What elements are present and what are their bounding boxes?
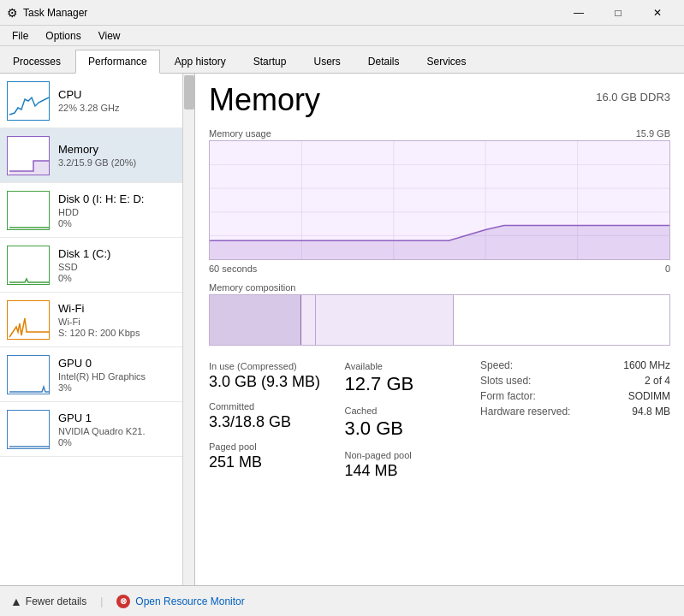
cached-label: Cached	[345, 406, 481, 416]
memory-thumbnail	[7, 136, 50, 175]
cpu-thumbnail	[7, 81, 50, 121]
open-monitor-section: ⊗ Open Resource Monitor	[116, 595, 244, 608]
chart-max: 15.9 GB	[636, 128, 670, 139]
gpu0-value: 3%	[58, 382, 187, 393]
disk0-type: HDD	[58, 207, 187, 217]
memory-stats: 3.2/15.9 GB (20%)	[58, 157, 187, 168]
svg-marker-9	[210, 226, 669, 259]
slots-value: 2 of 4	[645, 375, 670, 387]
cached-block: Cached 3.0 GB	[345, 400, 481, 445]
comp-standby	[316, 295, 454, 345]
hw-reserved-label: Hardware reserved:	[480, 406, 570, 418]
committed-value: 3.3/18.8 GB	[209, 413, 345, 431]
chart-time-start: 60 seconds	[209, 264, 257, 274]
speed-label: Speed:	[480, 359, 513, 371]
comp-free	[454, 295, 669, 345]
non-paged-pool-block: Non-paged pool 144 MB	[345, 445, 481, 485]
app-icon: ⚙	[7, 6, 18, 20]
disk0-label: Disk 0 (I: H: E: D:	[58, 192, 187, 205]
wifi-info: Wi-Fi Wi-Fi S: 120 R: 200 Kbps	[58, 302, 187, 338]
form-factor-row: Form factor: SODIMM	[480, 390, 670, 402]
available-label: Available	[345, 361, 481, 371]
tab-services[interactable]: Services	[414, 49, 479, 73]
memory-composition-section: Memory composition	[209, 282, 670, 346]
sidebar-scroll-thumb[interactable]	[184, 75, 194, 110]
sidebar-item-memory[interactable]: Memory 3.2/15.9 GB (20%)	[0, 128, 194, 183]
disk0-thumbnail	[7, 191, 50, 230]
paged-pool-label: Paged pool	[209, 441, 345, 452]
hw-reserved-row: Hardware reserved: 94.8 MB	[480, 406, 670, 418]
minimize-button[interactable]: —	[559, 0, 598, 26]
tab-processes[interactable]: Processes	[0, 49, 74, 73]
stats-area: In use (Compressed) 3.0 GB (9.3 MB) Comm…	[209, 356, 670, 485]
memory-info: Memory 3.2/15.9 GB (20%)	[58, 143, 187, 168]
chart-label-row: Memory usage 15.9 GB	[209, 128, 670, 139]
wifi-value: S: 120 R: 200 Kbps	[58, 328, 187, 338]
maximize-button[interactable]: □	[598, 0, 638, 26]
menu-view[interactable]: View	[92, 28, 128, 44]
speed-row: Speed: 1600 MHz	[480, 359, 670, 371]
menu-file[interactable]: File	[5, 28, 35, 44]
available-value: 12.7 GB	[345, 373, 481, 395]
memory-usage-section: Memory usage 15.9 GB	[209, 128, 670, 274]
cpu-info: CPU 22% 3.28 GHz	[58, 88, 187, 113]
memory-usage-chart	[209, 140, 670, 260]
title-bar-controls: — □ ✕	[559, 0, 677, 26]
close-button[interactable]: ✕	[638, 0, 677, 26]
speed-value: 1600 MHz	[623, 359, 670, 371]
committed-block: Committed 3.3/18.8 GB	[209, 396, 345, 436]
sidebar-item-disk0[interactable]: Disk 0 (I: H: E: D: HDD 0%	[0, 183, 194, 238]
stats-col1: In use (Compressed) 3.0 GB (9.3 MB) Comm…	[209, 356, 345, 485]
memory-header: Memory 16.0 GB DDR3	[209, 82, 670, 118]
right-panel: Memory 16.0 GB DDR3 Memory usage 15.9 GB	[195, 74, 684, 585]
main-content: CPU 22% 3.28 GHz Memory 3.2/15.9 GB (20%…	[0, 74, 684, 585]
menu-options[interactable]: Options	[39, 28, 87, 44]
sidebar-item-gpu1[interactable]: GPU 1 NVIDIA Quadro K21. 0%	[0, 402, 194, 457]
tab-startup[interactable]: Startup	[241, 49, 300, 73]
tab-users[interactable]: Users	[300, 49, 353, 73]
in-use-value: 3.0 GB (9.3 MB)	[209, 373, 345, 391]
stats-col2: Available 12.7 GB Cached 3.0 GB Non-page…	[345, 356, 481, 485]
slots-label: Slots used:	[480, 375, 531, 387]
tab-details[interactable]: Details	[355, 49, 413, 73]
form-factor-label: Form factor:	[480, 390, 536, 402]
svg-marker-0	[9, 161, 49, 175]
sidebar-scrollbar[interactable]	[182, 74, 194, 585]
title-bar: ⚙ Task Manager — □ ✕	[0, 0, 684, 26]
disk1-label: Disk 1 (C:)	[58, 247, 187, 260]
gpu0-info: GPU 0 Intel(R) HD Graphics 3%	[58, 357, 187, 393]
open-monitor-link[interactable]: Open Resource Monitor	[135, 595, 244, 607]
monitor-icon: ⊗	[116, 595, 130, 608]
wifi-type: Wi-Fi	[58, 317, 187, 327]
cpu-stats: 22% 3.28 GHz	[58, 103, 187, 113]
title-bar-left: ⚙ Task Manager	[7, 6, 87, 20]
in-use-block: In use (Compressed) 3.0 GB (9.3 MB)	[209, 356, 345, 396]
gpu0-label: GPU 0	[58, 357, 187, 370]
composition-label: Memory composition	[209, 282, 670, 293]
paged-pool-block: Paged pool 251 MB	[209, 436, 345, 477]
memory-label: Memory	[58, 143, 187, 156]
sidebar-item-disk1[interactable]: Disk 1 (C:) SSD 0%	[0, 238, 194, 293]
app-title: Task Manager	[23, 7, 87, 19]
fewer-details-button[interactable]: ▲ Fewer details	[10, 595, 86, 608]
sidebar-item-gpu0[interactable]: GPU 0 Intel(R) HD Graphics 3%	[0, 347, 194, 402]
menu-bar: File Options View	[0, 26, 684, 46]
tab-app-history[interactable]: App history	[162, 49, 239, 73]
disk0-value: 0%	[58, 218, 187, 228]
comp-in-use	[210, 295, 301, 345]
wifi-thumbnail	[7, 300, 50, 340]
sidebar-item-cpu[interactable]: CPU 22% 3.28 GHz	[0, 74, 194, 128]
disk1-thumbnail	[7, 246, 50, 285]
disk1-type: SSD	[58, 262, 187, 272]
chevron-down-icon: ▲	[10, 595, 22, 608]
gpu1-label: GPU 1	[58, 412, 187, 424]
composition-bar	[209, 294, 670, 346]
sidebar-item-wifi[interactable]: Wi-Fi Wi-Fi S: 120 R: 200 Kbps	[0, 293, 194, 347]
tab-performance[interactable]: Performance	[75, 50, 160, 74]
sidebar: CPU 22% 3.28 GHz Memory 3.2/15.9 GB (20%…	[0, 74, 195, 585]
form-factor-value: SODIMM	[628, 390, 670, 402]
memory-title: Memory	[209, 82, 320, 118]
right-stats-block: Speed: 1600 MHz Slots used: 2 of 4 Form …	[480, 356, 670, 485]
gpu1-type: NVIDIA Quadro K21.	[58, 426, 187, 436]
cached-value: 3.0 GB	[345, 418, 481, 440]
